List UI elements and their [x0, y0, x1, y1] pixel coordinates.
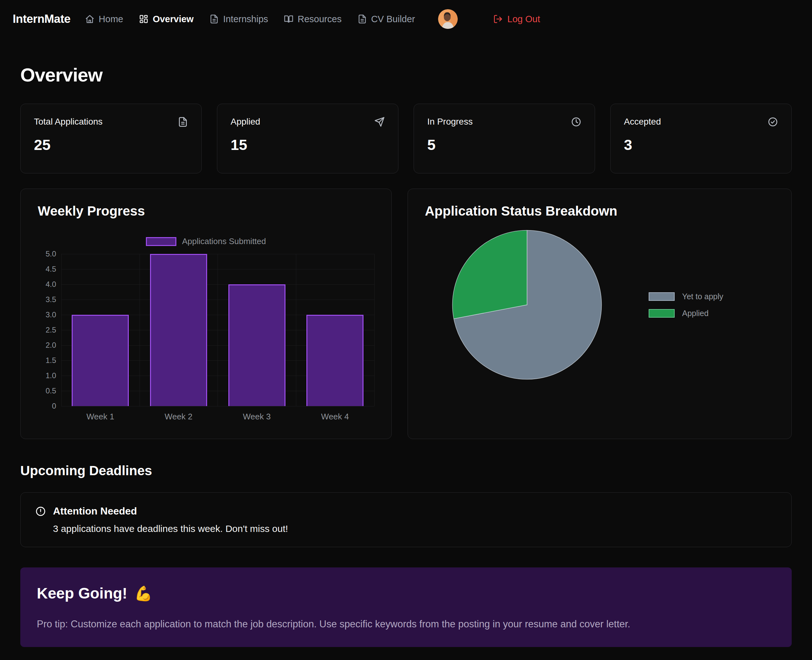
- pie-legend-swatch: [648, 292, 675, 301]
- pie-chart-title: Application Status Breakdown: [425, 203, 774, 219]
- avatar-image: [438, 9, 458, 29]
- nav-item-label: Internships: [223, 14, 268, 24]
- y-axis-tick: 5.0: [46, 249, 56, 259]
- send-icon: [374, 117, 385, 127]
- y-axis-tick: 4.0: [46, 280, 56, 289]
- nav-items: HomeOverviewInternshipsResourcesCV Build…: [85, 14, 431, 24]
- x-axis-label: Week 2: [140, 412, 218, 422]
- bar-week-1: [72, 315, 129, 406]
- x-axis-label: Week 4: [296, 412, 374, 422]
- stat-label: In Progress: [427, 117, 473, 127]
- stat-card-accepted: Accepted3: [610, 104, 792, 173]
- bar-chart-title: Weekly Progress: [38, 203, 374, 219]
- bar-legend-label: Applications Submitted: [182, 236, 266, 246]
- pie-graphic: [452, 230, 602, 380]
- log-out-icon: [493, 14, 503, 24]
- gridline: [374, 254, 375, 406]
- y-axis-tick: 0.5: [46, 386, 56, 395]
- nav-item-label: Overview: [153, 14, 194, 24]
- pie-legend-swatch: [648, 309, 675, 317]
- attention-alert: Attention Needed 3 applications have dea…: [20, 492, 792, 547]
- y-axis-tick: 1.0: [46, 371, 56, 380]
- home-icon: [85, 14, 95, 24]
- bar-chart-x-axis: Week 1Week 2Week 3Week 4: [61, 412, 374, 422]
- y-axis-tick: 0: [52, 401, 56, 411]
- x-axis-label: Week 3: [218, 412, 296, 422]
- logout-label: Log Out: [507, 14, 540, 24]
- y-axis-tick: 1.5: [46, 356, 56, 365]
- nav-item-overview[interactable]: Overview: [139, 14, 194, 24]
- file-text-icon: [178, 117, 188, 127]
- alert-message: 3 applications have deadlines this week.…: [53, 524, 777, 534]
- y-axis-tick: 3.0: [46, 310, 56, 319]
- stat-value: 3: [624, 136, 778, 154]
- pie-legend-item-yet-to-apply[interactable]: Yet to apply: [648, 292, 723, 301]
- clock-icon: [571, 117, 582, 127]
- charts-row: Weekly Progress Applications Submitted 5…: [20, 189, 792, 439]
- file-text-icon: [209, 14, 219, 24]
- bar-chart: 5.04.54.03.53.02.52.01.51.00.50: [38, 254, 374, 406]
- bar-legend-swatch: [146, 237, 176, 246]
- check-circle-icon: [768, 117, 778, 127]
- pie-chart: Yet to applyApplied: [425, 230, 774, 380]
- nav-item-resources[interactable]: Resources: [284, 14, 342, 24]
- pie-legend-label: Applied: [682, 309, 709, 318]
- pie-legend-item-applied[interactable]: Applied: [648, 309, 723, 318]
- file-text-icon: [358, 14, 367, 24]
- stat-value: 5: [427, 136, 582, 154]
- logout-button[interactable]: Log Out: [493, 14, 540, 24]
- nav-item-label: Resources: [297, 14, 342, 24]
- pie-slice-applied: [452, 230, 527, 319]
- brand-logo[interactable]: InternMate: [13, 13, 70, 26]
- stat-card-applied: Applied15: [217, 104, 398, 173]
- banner-tip: Pro tip: Customize each application to m…: [37, 619, 775, 630]
- deadlines-heading: Upcoming Deadlines: [20, 463, 792, 478]
- y-axis-tick: 2.5: [46, 325, 56, 335]
- weekly-progress-card: Weekly Progress Applications Submitted 5…: [20, 189, 392, 439]
- stat-card-in-progress: In Progress5: [414, 104, 595, 173]
- stats-row: Total Applications25Applied15In Progress…: [20, 104, 792, 173]
- bar-week-3: [228, 284, 286, 406]
- nav-item-label: CV Builder: [371, 14, 415, 24]
- nav-item-internships[interactable]: Internships: [209, 14, 268, 24]
- nav-item-cv-builder[interactable]: CV Builder: [358, 14, 415, 24]
- y-axis-tick: 3.5: [46, 295, 56, 304]
- book-open-icon: [284, 14, 293, 24]
- pie-legend-label: Yet to apply: [682, 292, 723, 301]
- stat-label: Applied: [230, 117, 260, 127]
- y-axis-tick: 2.0: [46, 341, 56, 350]
- motivation-banner: Keep Going! 💪 Pro tip: Customize each ap…: [20, 568, 792, 647]
- flexed-biceps-emoji: 💪: [134, 586, 152, 601]
- nav-item-label: Home: [99, 14, 123, 24]
- gridline: [61, 406, 374, 406]
- pie-legend: Yet to applyApplied: [648, 292, 723, 318]
- stat-card-total-applications: Total Applications25: [20, 104, 202, 173]
- page-title: Overview: [20, 64, 792, 86]
- nav-item-home[interactable]: Home: [85, 14, 123, 24]
- bar-chart-y-axis: 5.04.54.03.53.02.52.01.51.00.50: [38, 254, 61, 406]
- bar-chart-legend-item[interactable]: Applications Submitted: [38, 236, 374, 246]
- status-breakdown-card: Application Status Breakdown Yet to appl…: [408, 189, 792, 439]
- stat-value: 15: [230, 136, 385, 154]
- alert-title: Attention Needed: [53, 505, 137, 517]
- bar-chart-plot: [61, 254, 374, 406]
- dashboard-icon: [139, 14, 148, 24]
- avatar[interactable]: [438, 9, 458, 29]
- banner-title: Keep Going!: [37, 585, 127, 602]
- x-axis-label: Week 1: [61, 412, 140, 422]
- bar-week-2: [150, 254, 207, 406]
- alert-circle-icon: [35, 506, 46, 517]
- bar-week-4: [307, 315, 364, 406]
- top-nav: InternMate HomeOverviewInternshipsResour…: [0, 0, 812, 38]
- y-axis-tick: 4.5: [46, 265, 56, 274]
- stat-label: Accepted: [624, 117, 661, 127]
- stat-label: Total Applications: [34, 117, 102, 127]
- stat-value: 25: [34, 136, 188, 154]
